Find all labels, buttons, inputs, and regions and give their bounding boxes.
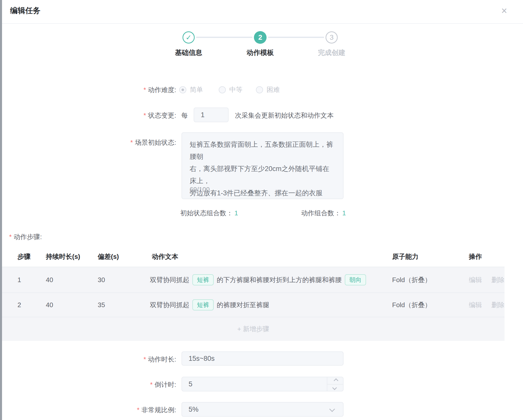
countdown-input[interactable]: 5 [182, 377, 344, 391]
edit-link[interactable]: 编辑 [469, 276, 482, 284]
add-step-button[interactable]: + 新增步骤 [2, 317, 505, 341]
duration-input[interactable]: 15s~80s [182, 351, 344, 366]
stepper-connector [268, 37, 324, 38]
step-3-label: 完成创建 [281, 48, 382, 57]
required-asterisk: * [144, 86, 146, 94]
cell-actions: 编辑 删除 [469, 276, 512, 284]
stepper-up-button[interactable] [327, 377, 343, 384]
col-header-actions: 操作 [469, 252, 482, 261]
dialog-title: 编辑任务 [10, 6, 41, 16]
cell-ability: Fold（折叠） [392, 276, 431, 284]
radio-medium[interactable]: 中等 [219, 85, 243, 94]
object-tag: 短裤 [192, 274, 214, 285]
number-stepper [327, 377, 343, 391]
edit-link[interactable]: 编辑 [469, 301, 482, 309]
chevron-down-icon [332, 385, 337, 390]
chevron-up-icon [334, 378, 338, 383]
object-tag: 短裤 [192, 299, 214, 310]
stepper-down-button[interactable] [327, 384, 343, 391]
step-1-check-icon: ✓ [183, 31, 195, 44]
cell-action-text: 双臂协同抓起 短裤 的裤腰对折至裤腿 [150, 299, 269, 310]
cell-duration: 40 [46, 276, 53, 284]
state-change-input[interactable]: 1 [194, 108, 229, 122]
col-header-text: 动作文本 [152, 252, 178, 261]
steps-table: 步骤 持续时长(s) 偏差(s) 动作文本 原子能力 操作 1 40 30 双臂… [2, 247, 505, 341]
state-change-label: *状态变更: [61, 111, 176, 120]
cell-step: 2 [17, 301, 21, 309]
initial-state-label: *场景初始状态: [61, 138, 176, 147]
cell-duration: 40 [46, 301, 53, 309]
cell-action-text: 双臂协同抓起 短裤 的下方裤腿和裤腰对折到上方的裤腿和裤腰 朝向 [150, 274, 369, 285]
table-row: 1 40 30 双臂协同抓起 短裤 的下方裤腿和裤腰对折到上方的裤腿和裤腰 朝向… [2, 267, 505, 292]
radio-hard[interactable]: 困难 [256, 85, 280, 94]
char-counter: 69/100 [190, 186, 210, 194]
cell-ability: Fold（折叠） [392, 301, 431, 309]
radio-icon [219, 86, 226, 93]
initial-state-text: 短裤五条数据背面朝上，五条数据正面朝上，裤腰朝 右，离头部视野下方至少20cm之… [190, 138, 336, 199]
countdown-label: *倒计时: [61, 380, 176, 389]
difficulty-label: *动作难度: [61, 86, 176, 94]
unusual-ratio-select[interactable]: 5% [182, 402, 344, 417]
col-header-step: 步骤 [17, 252, 31, 261]
col-header-ability: 原子能力 [392, 252, 418, 261]
cell-deviation: 35 [98, 301, 105, 309]
initial-state-textarea[interactable]: 短裤五条数据背面朝上，五条数据正面朝上，裤腰朝 右，离头部视野下方至少20cm之… [182, 132, 344, 199]
initial-combo-count: 初始状态组合数：1 [180, 209, 238, 218]
state-change-suffix: 次采集会更新初始状态和动作文本 [235, 111, 334, 120]
page-edge-strip [0, 0, 2, 420]
cell-actions: 编辑 删除 [469, 301, 512, 309]
cell-deviation: 30 [98, 276, 105, 284]
col-header-duration: 持续时长(s) [46, 252, 80, 261]
chevron-down-icon [329, 406, 335, 412]
action-steps-label: *动作步骤: [9, 233, 42, 241]
radio-icon [256, 86, 263, 93]
unusual-ratio-label: *非常规比例: [61, 406, 176, 414]
close-icon[interactable]: × [501, 6, 507, 16]
edit-task-dialog: 编辑任务 × ✓ 2 3 基础信息 动作模板 完成创建 *动作难度: 简单 中等… [0, 0, 523, 420]
col-header-deviation: 偏差(s) [98, 252, 119, 261]
table-row: 2 40 35 双臂协同抓起 短裤 的裤腰对折至裤腿 Fold（折叠） 编辑 删… [2, 293, 505, 317]
radio-easy[interactable]: 简单 [179, 85, 203, 94]
delete-link[interactable]: 删除 [491, 276, 505, 284]
delete-link[interactable]: 删除 [491, 301, 505, 309]
stepper-connector [196, 37, 252, 38]
state-change-prefix: 每 [181, 111, 188, 120]
duration-label: *动作时长: [61, 355, 176, 364]
cell-step: 1 [17, 276, 21, 284]
action-combo-count: 动作组合数：1 [301, 209, 346, 218]
header-divider [2, 23, 523, 24]
radio-selected-icon [179, 86, 186, 93]
step-3-circle: 3 [326, 31, 338, 44]
orientation-tag: 朝向 [345, 274, 366, 285]
step-2-circle: 2 [254, 31, 267, 44]
